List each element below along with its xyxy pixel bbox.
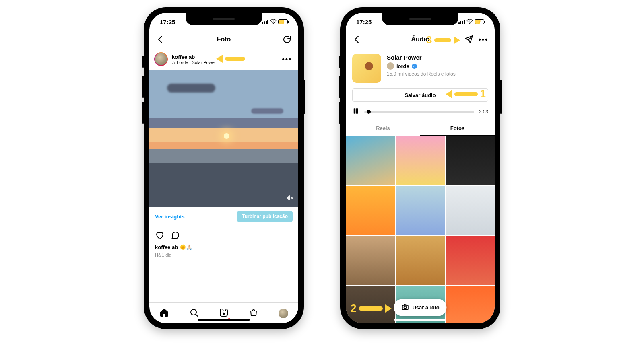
- svg-line-4: [196, 314, 198, 316]
- mute-icon[interactable]: [286, 194, 293, 203]
- nav-bar: Foto: [149, 31, 298, 48]
- post-timestamp: Há 1 dia: [149, 251, 298, 259]
- battery-icon: ⚡: [278, 19, 288, 24]
- svg-point-0: [273, 23, 273, 23]
- notch: [186, 13, 262, 25]
- grid-photo[interactable]: [396, 236, 445, 285]
- audio-tabs: Reels Fotos: [346, 121, 495, 136]
- shop-tab-icon[interactable]: [249, 308, 258, 319]
- boost-post-button[interactable]: Turbinar publicação: [237, 211, 293, 222]
- wifi-icon: [466, 18, 473, 26]
- feed-content: koffeelab ♫ Lorde · Solar Power •••: [149, 48, 298, 323]
- audio-content: Solar Power lorde ✓ 15,9 mil vídeos do R…: [346, 48, 495, 323]
- signal-icon: [458, 20, 465, 24]
- svg-rect-13: [357, 109, 358, 113]
- comment-icon[interactable]: [170, 230, 180, 242]
- save-audio-button[interactable]: Salvar áudio: [352, 88, 488, 102]
- page-title: Foto: [217, 36, 231, 43]
- battery-icon: ⚡: [475, 19, 484, 24]
- audio-duration: 2:03: [479, 109, 488, 115]
- status-time: 17:25: [160, 19, 175, 25]
- grid-photo[interactable]: [346, 136, 395, 185]
- artist-name: lorde: [396, 63, 409, 69]
- audio-title: Solar Power: [387, 54, 488, 61]
- audio-header: Solar Power lorde ✓ 15,9 mil vídeos do R…: [346, 48, 495, 87]
- artist-avatar: [387, 62, 394, 70]
- svg-rect-14: [402, 305, 408, 310]
- signal-icon: [262, 20, 269, 24]
- grid-photo[interactable]: [346, 186, 395, 235]
- avatar[interactable]: [154, 52, 168, 66]
- tab-fotos[interactable]: Fotos: [420, 121, 495, 136]
- video-count: 15,9 mil vídeos do Reels e fotos: [387, 71, 488, 77]
- post-caption: koffeelab 🌞🙏🏻: [149, 243, 298, 251]
- grid-photo[interactable]: [446, 236, 495, 285]
- svg-rect-5: [220, 309, 227, 316]
- audio-player: 2:03: [346, 105, 495, 121]
- tab-reels[interactable]: Reels: [346, 121, 420, 136]
- progress-slider[interactable]: [364, 111, 474, 113]
- grid-photo[interactable]: [446, 136, 495, 185]
- grid-photo[interactable]: [396, 136, 445, 185]
- nav-bar: Áudio ••• 3: [346, 31, 495, 48]
- refresh-button[interactable]: [281, 33, 293, 46]
- search-tab-icon[interactable]: [189, 308, 199, 319]
- post-username[interactable]: koffeelab: [172, 54, 216, 60]
- page-title: Áudio: [411, 36, 429, 43]
- post-header[interactable]: koffeelab ♫ Lorde · Solar Power •••: [149, 48, 298, 70]
- phone-right: 17:25 ⚡ Áudio •••: [340, 7, 500, 329]
- grid-photo[interactable]: [446, 286, 495, 323]
- grid-photo[interactable]: [346, 286, 395, 323]
- view-insights-link[interactable]: Ver insights: [155, 214, 185, 220]
- share-button[interactable]: [462, 33, 475, 46]
- home-tab-icon[interactable]: [159, 308, 169, 319]
- camera-icon: [401, 303, 409, 312]
- artist-row[interactable]: lorde ✓: [387, 62, 488, 70]
- back-button[interactable]: [351, 33, 363, 46]
- like-icon[interactable]: [155, 230, 165, 242]
- home-indicator: [394, 319, 446, 321]
- home-indicator: [198, 319, 250, 321]
- photo-grid: [346, 136, 495, 323]
- more-options-button[interactable]: •••: [477, 33, 490, 46]
- caption-username[interactable]: koffeelab: [155, 244, 178, 250]
- post-music-attribution[interactable]: ♫ Lorde · Solar Power: [172, 60, 216, 65]
- post-image[interactable]: [149, 70, 298, 207]
- grid-photo[interactable]: [346, 236, 395, 285]
- phone-left: 17:25 ⚡ Foto: [144, 7, 304, 329]
- use-audio-label: Usar áudio: [412, 304, 439, 311]
- status-time: 17:25: [356, 19, 372, 25]
- svg-point-15: [404, 306, 406, 309]
- svg-point-9: [469, 23, 470, 23]
- caption-text: 🌞🙏🏻: [180, 244, 192, 250]
- back-button[interactable]: [154, 33, 167, 46]
- post-actions: [149, 226, 298, 243]
- pause-icon[interactable]: [352, 107, 359, 116]
- use-audio-button[interactable]: Usar áudio: [394, 299, 446, 316]
- svg-rect-12: [354, 109, 355, 113]
- grid-photo[interactable]: [446, 186, 495, 235]
- music-note-icon: ♫: [172, 60, 175, 65]
- profile-tab-icon[interactable]: [279, 309, 288, 318]
- notch: [382, 13, 458, 25]
- wifi-icon: [270, 18, 277, 26]
- album-art[interactable]: [352, 54, 381, 83]
- insights-row: Ver insights Turbinar publicação: [149, 207, 298, 226]
- grid-photo[interactable]: [396, 186, 445, 235]
- reels-tab-icon[interactable]: [219, 308, 229, 319]
- more-options-button[interactable]: •••: [281, 53, 293, 66]
- verified-badge-icon: ✓: [412, 64, 417, 69]
